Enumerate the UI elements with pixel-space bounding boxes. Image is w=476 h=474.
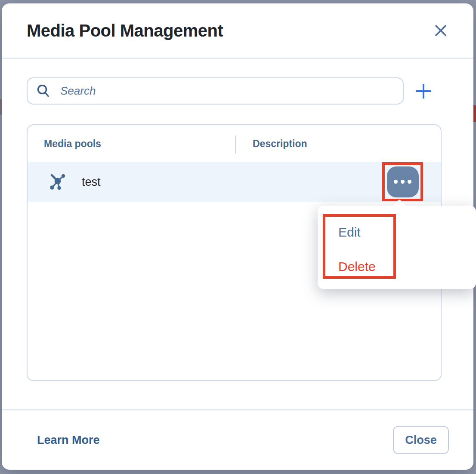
close-icon[interactable] xyxy=(431,21,450,40)
search-input-wrapper xyxy=(27,77,404,105)
column-header-media-pools: Media pools xyxy=(28,138,235,150)
media-pool-name: test xyxy=(82,175,101,189)
add-media-pool-button[interactable] xyxy=(414,82,433,101)
menu-item-edit[interactable]: Edit xyxy=(338,223,361,242)
close-x-glyph xyxy=(433,23,448,38)
dialog-header: Media Pool Management xyxy=(2,3,473,58)
column-header-description: Description xyxy=(235,138,307,150)
column-divider xyxy=(235,135,236,154)
search-toolbar xyxy=(27,77,448,105)
close-button[interactable]: Close xyxy=(393,426,449,454)
ellipsis-icon xyxy=(394,180,398,184)
plus-icon xyxy=(415,83,432,100)
table-row[interactable]: test xyxy=(28,162,441,202)
annotation-highlight-menu: Edit Delete xyxy=(323,214,396,279)
ellipsis-icon xyxy=(408,180,411,184)
learn-more-link[interactable]: Learn More xyxy=(37,434,100,447)
media-pool-icon xyxy=(49,173,67,191)
annotation-highlight-ellipsis xyxy=(382,162,423,201)
ellipsis-icon xyxy=(401,180,405,184)
menu-item-delete[interactable]: Delete xyxy=(338,257,376,276)
row-actions-menu: Edit Delete xyxy=(318,206,476,289)
search-icon xyxy=(36,84,51,98)
dialog-footer: Learn More Close xyxy=(2,409,473,470)
search-input[interactable] xyxy=(60,78,394,104)
row-actions-button[interactable] xyxy=(387,166,419,197)
background-red-element xyxy=(473,105,476,122)
dialog-title: Media Pool Management xyxy=(27,21,223,40)
table-header-row: Media pools Description xyxy=(28,125,441,162)
